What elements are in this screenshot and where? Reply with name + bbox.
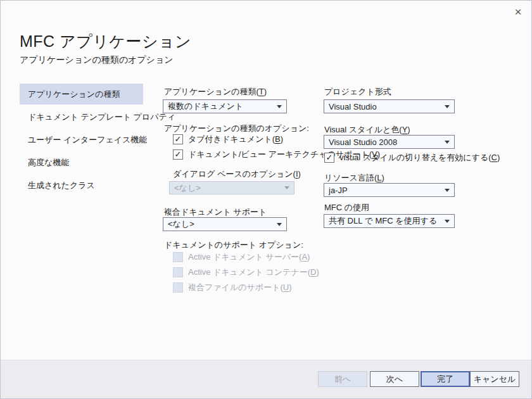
sidebar-item-document-template[interactable]: ドキュメント テンプレート プロパティ [20, 106, 143, 127]
sidebar-item-advanced-features[interactable]: 高度な機能 [20, 152, 143, 173]
page-subtitle: アプリケーションの種類のオプション [20, 54, 174, 66]
checkbox-compound-file-support: 複合ファイルのサポート(U) [173, 282, 292, 293]
combo-value: Visual Studio 2008 [329, 137, 445, 147]
app-type-options-label: アプリケーションの種類のオプション: [164, 123, 309, 134]
checkbox-label: Active ドキュメント コンテナー(D) [188, 267, 319, 278]
checkbox-label: 複合ファイルのサポート(U) [188, 282, 292, 293]
chevron-down-icon [277, 223, 282, 226]
combo-value: 複数のドキュメント [168, 101, 277, 112]
resource-language-select[interactable]: ja-JP [324, 183, 455, 197]
mfc-wizard-dialog: MFC アプリケーション アプリケーションの種類のオプション × アプリケーショ… [0, 0, 532, 399]
visual-style-label: Visual スタイルと色(Y) [324, 124, 410, 136]
combo-value: <なし> [174, 182, 284, 194]
app-type-label: アプリケーションの種類(T) [164, 86, 267, 98]
chevron-down-icon [277, 105, 282, 108]
next-button[interactable]: 次へ [370, 371, 419, 387]
page-title: MFC アプリケーション [20, 31, 191, 52]
checkbox-label: Active ドキュメント サーバー(A) [188, 251, 310, 263]
dialog-options-label: ダイアログ ベースのオプション(I) [173, 168, 301, 180]
mfc-use-select[interactable]: 共有 DLL で MFC を使用する [324, 214, 455, 228]
doc-support-options-label: ドキュメントのサポート オプション: [164, 239, 303, 251]
mfc-use-label: MFC の使用 [324, 202, 369, 213]
checkbox-box [173, 267, 183, 277]
close-icon[interactable]: × [510, 4, 526, 20]
resource-language-label: リソース言語(L) [324, 172, 384, 184]
checkbox-active-doc-server: Active ドキュメント サーバー(A) [173, 251, 310, 262]
checkbox-label: visual スタイルの切り替えを有効にする(C) [339, 152, 500, 163]
sidebar-item-ui-features[interactable]: ユーザー インターフェイス機能 [20, 129, 143, 150]
checkbox-box [324, 153, 334, 163]
checkbox-box [173, 149, 183, 160]
compound-doc-select[interactable]: <なし> [163, 217, 287, 231]
compound-doc-label: 複合ドキュメント サポート [164, 206, 267, 218]
combo-value: 共有 DLL で MFC を使用する [329, 215, 445, 227]
sidebar-item-generated-classes[interactable]: 生成されたクラス [20, 175, 143, 196]
chevron-down-icon [445, 141, 450, 144]
checkbox-label: タブ付きドキュメント(B) [188, 134, 283, 145]
checkbox-active-doc-container: Active ドキュメント コンテナー(D) [173, 267, 319, 277]
combo-value: ja-JP [329, 186, 445, 195]
checkbox-tabbed-documents[interactable]: タブ付きドキュメント(B) [173, 134, 283, 144]
sidebar-item-application-type[interactable]: アプリケーションの種類 [20, 84, 143, 104]
project-style-select[interactable]: Visual Studio [324, 99, 455, 113]
chevron-down-icon [284, 186, 289, 189]
visual-style-select[interactable]: Visual Studio 2008 [324, 135, 455, 149]
finish-button[interactable]: 完了 [421, 371, 470, 387]
chevron-down-icon [445, 105, 450, 108]
dialog-options-select: <なし> [169, 181, 294, 194]
combo-value: <なし> [168, 218, 277, 230]
previous-button: 前へ [318, 371, 367, 387]
combo-value: Visual Studio [329, 102, 445, 111]
app-type-select[interactable]: 複数のドキュメント [163, 99, 287, 113]
checkbox-box [173, 282, 183, 293]
checkbox-enable-visual-style-switching[interactable]: visual スタイルの切り替えを有効にする(C) [324, 152, 500, 163]
chevron-down-icon [445, 220, 450, 223]
project-style-label: プロジェクト形式 [324, 86, 391, 98]
chevron-down-icon [445, 189, 450, 192]
checkbox-box [173, 134, 183, 144]
cancel-button[interactable]: キャンセル [470, 371, 519, 387]
checkbox-box [173, 252, 183, 262]
wizard-step-list: アプリケーションの種類 ドキュメント テンプレート プロパティ ユーザー インタ… [20, 84, 143, 198]
